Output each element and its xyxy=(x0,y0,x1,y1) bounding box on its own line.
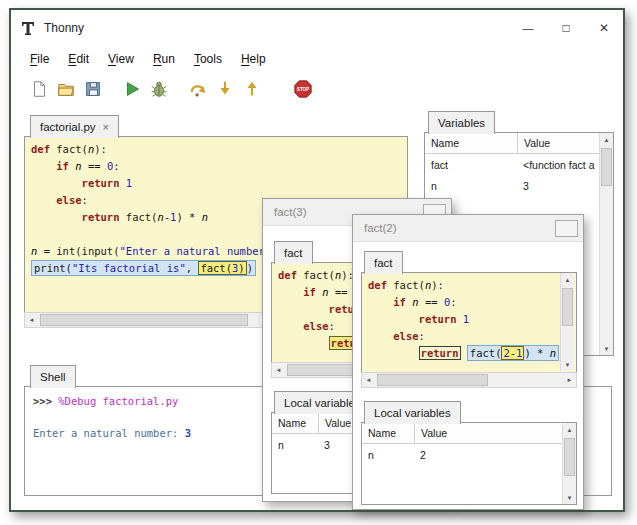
new-file-icon xyxy=(29,79,49,99)
code-line: else: xyxy=(368,328,562,345)
scrollbar-track[interactable] xyxy=(375,373,563,387)
local-variables-tab-label: Local variables xyxy=(374,407,451,419)
minimize-icon: — xyxy=(523,22,534,34)
close-button[interactable]: ✕ xyxy=(585,10,623,46)
scroll-up-icon[interactable]: ▲ xyxy=(563,423,576,436)
debug-bug-icon xyxy=(149,79,169,99)
scroll-left-icon[interactable]: ◄ xyxy=(362,373,375,387)
table-row[interactable]: fact<function fact a xyxy=(425,154,600,175)
debug-script-button[interactable] xyxy=(147,77,171,101)
table-row[interactable]: n3 xyxy=(425,175,600,196)
table-header-row: NameValue xyxy=(425,133,600,154)
frame-titlebar[interactable]: fact(2) xyxy=(353,215,583,242)
save-icon xyxy=(83,79,103,99)
frame-window-button[interactable] xyxy=(555,220,578,237)
menu-file[interactable]: File xyxy=(23,49,56,69)
open-folder-icon xyxy=(56,79,76,99)
table-row[interactable]: n2 xyxy=(362,444,563,465)
tab-fact[interactable]: fact xyxy=(364,251,403,274)
scrollbar-thumb[interactable] xyxy=(564,438,575,476)
frame-window-fact2: fact(2) fact def fact(n): if n == 0: ret… xyxy=(352,214,584,510)
frame-code-view[interactable]: def fact(n): if n == 0: return 1 else: r… xyxy=(361,272,577,374)
column-header-name[interactable]: Name xyxy=(362,423,415,443)
tab-fact[interactable]: fact xyxy=(274,241,313,264)
step-into-button[interactable] xyxy=(213,77,237,101)
window-controls: — □ ✕ xyxy=(509,10,623,46)
menu-bar: FileEditViewRunToolsHelp xyxy=(11,46,623,72)
editor-tab-label: factorial.py xyxy=(40,121,96,133)
scrollbar-track[interactable] xyxy=(600,146,613,342)
variables-tab-label: Variables xyxy=(438,117,485,129)
run-script-button[interactable] xyxy=(120,77,144,101)
tab-local-variables[interactable]: Local variables xyxy=(364,401,461,424)
menu-view[interactable]: View xyxy=(101,49,141,69)
column-header-name[interactable]: Name xyxy=(425,133,518,153)
titlebar[interactable]: Thonny — □ ✕ xyxy=(11,10,623,46)
thonny-logo-icon xyxy=(20,20,36,36)
tab-shell[interactable]: Shell xyxy=(30,365,76,388)
tab-factorial-py[interactable]: factorial.py × xyxy=(30,115,119,138)
code-line: return 1 xyxy=(31,175,407,192)
new-file-button[interactable] xyxy=(27,77,51,101)
code-line: return 1 xyxy=(368,311,562,328)
scroll-down-icon[interactable]: ▼ xyxy=(561,358,574,371)
frame-tab-label: fact xyxy=(284,247,303,259)
run-icon xyxy=(122,79,142,99)
scrollbar-track[interactable] xyxy=(561,286,574,358)
close-icon: ✕ xyxy=(599,21,609,35)
maximize-button[interactable]: □ xyxy=(547,10,585,46)
scroll-up-icon[interactable]: ▲ xyxy=(561,273,574,286)
scrollbar-thumb[interactable] xyxy=(377,374,488,386)
local-variables-table: NameValuen2 xyxy=(362,423,563,504)
menu-run[interactable]: Run xyxy=(146,49,182,69)
window-title: Thonny xyxy=(44,21,84,35)
column-header-value[interactable]: Value xyxy=(415,423,563,443)
frame-code-vertical-scrollbar[interactable]: ▲ ▼ xyxy=(560,273,574,371)
menu-help[interactable]: Help xyxy=(234,49,273,69)
code-line: return fact(2-1) * n xyxy=(368,345,562,362)
code-line: if n == 0: xyxy=(31,158,407,175)
stop-button[interactable]: STOP xyxy=(291,77,315,101)
column-header-value[interactable]: Value xyxy=(518,133,600,153)
frame-title: fact(2) xyxy=(364,222,397,234)
locals-vertical-scrollbar[interactable]: ▲ ▼ xyxy=(562,423,576,504)
local-variables-tab-label: Local variables xyxy=(284,397,361,409)
scroll-right-icon[interactable]: ► xyxy=(563,373,576,387)
stop-sign-icon: STOP xyxy=(293,79,313,99)
column-header-name[interactable]: Name xyxy=(272,413,319,433)
frame-code: def fact(n): if n == 0: return 1 else: r… xyxy=(362,273,576,362)
scroll-left-icon[interactable]: ◄ xyxy=(25,313,38,327)
shell-tab-label: Shell xyxy=(40,371,66,383)
frame-title: fact(3) xyxy=(274,206,307,218)
step-over-icon xyxy=(188,79,208,99)
maximize-icon: □ xyxy=(562,21,569,35)
open-file-button[interactable] xyxy=(54,77,78,101)
tab-variables[interactable]: Variables xyxy=(428,111,495,134)
scroll-down-icon[interactable]: ▼ xyxy=(563,491,576,504)
step-into-icon xyxy=(215,79,235,99)
menu-edit[interactable]: Edit xyxy=(61,49,96,69)
step-over-button[interactable] xyxy=(186,77,210,101)
code-line: if n == 0: xyxy=(368,294,562,311)
code-line: def fact(n): xyxy=(31,141,407,158)
desktop: Thonny — □ ✕ FileEditViewRunToolsHelp xyxy=(0,0,637,525)
scroll-down-icon[interactable]: ▼ xyxy=(600,342,613,355)
scrollbar-track[interactable] xyxy=(563,436,576,491)
variables-vertical-scrollbar[interactable]: ▲ ▼ xyxy=(599,133,613,355)
frame-horizontal-scrollbar[interactable]: ◄ ► xyxy=(361,372,577,388)
frame-tab-label: fact xyxy=(374,257,393,269)
step-out-icon xyxy=(242,79,262,99)
scroll-up-icon[interactable]: ▲ xyxy=(600,133,613,146)
scrollbar-thumb[interactable] xyxy=(562,288,573,326)
code-line: def fact(n): xyxy=(368,277,562,294)
local-variables-panel: NameValuen2 ▲ ▼ xyxy=(361,422,577,505)
close-tab-icon[interactable]: × xyxy=(103,121,109,133)
scrollbar-thumb[interactable] xyxy=(40,314,248,326)
step-out-button[interactable] xyxy=(240,77,264,101)
save-file-button[interactable] xyxy=(81,77,105,101)
scroll-left-icon[interactable]: ◄ xyxy=(272,363,285,377)
minimize-button[interactable]: — xyxy=(509,10,547,46)
menu-tools[interactable]: Tools xyxy=(187,49,229,69)
scrollbar-thumb[interactable] xyxy=(601,148,612,186)
table-header-row: NameValue xyxy=(362,423,563,444)
